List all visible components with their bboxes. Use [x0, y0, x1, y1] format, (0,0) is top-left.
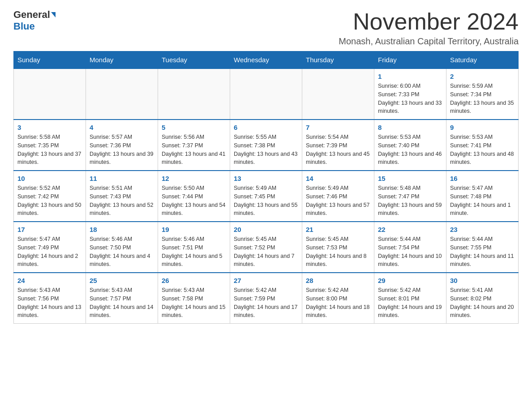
calendar-cell: 27Sunrise: 5:42 AMSunset: 7:59 PMDayligh…: [230, 273, 302, 324]
day-info: Sunrise: 5:53 AMSunset: 7:40 PMDaylight:…: [378, 133, 442, 167]
calendar-cell: 11Sunrise: 5:51 AMSunset: 7:43 PMDayligh…: [86, 171, 158, 222]
month-title: November 2024: [339, 9, 519, 34]
day-number: 22: [378, 226, 442, 233]
day-number: 6: [234, 124, 298, 131]
calendar-cell: 1Sunrise: 6:00 AMSunset: 7:33 PMDaylight…: [374, 68, 446, 120]
column-header-monday: Monday: [86, 51, 158, 69]
calendar-cell: 8Sunrise: 5:53 AMSunset: 7:40 PMDaylight…: [374, 120, 446, 171]
calendar-cell: 14Sunrise: 5:49 AMSunset: 7:46 PMDayligh…: [302, 171, 374, 222]
calendar-cell: 16Sunrise: 5:47 AMSunset: 7:48 PMDayligh…: [446, 171, 519, 222]
day-number: 23: [450, 226, 515, 233]
day-info: Sunrise: 5:41 AMSunset: 8:02 PMDaylight:…: [450, 286, 515, 320]
week-row-5: 24Sunrise: 5:43 AMSunset: 7:56 PMDayligh…: [14, 273, 519, 324]
calendar-cell: [14, 68, 86, 120]
day-info: Sunrise: 5:47 AMSunset: 7:49 PMDaylight:…: [17, 235, 82, 269]
column-header-friday: Friday: [374, 51, 446, 69]
calendar-cell: 7Sunrise: 5:54 AMSunset: 7:39 PMDaylight…: [302, 120, 374, 171]
day-number: 9: [450, 124, 515, 131]
calendar-header-row: SundayMondayTuesdayWednesdayThursdayFrid…: [14, 51, 519, 69]
column-header-tuesday: Tuesday: [158, 51, 230, 69]
calendar-cell: 3Sunrise: 5:58 AMSunset: 7:35 PMDaylight…: [14, 120, 86, 171]
calendar-cell: 5Sunrise: 5:56 AMSunset: 7:37 PMDaylight…: [158, 120, 230, 171]
day-info: Sunrise: 5:52 AMSunset: 7:42 PMDaylight:…: [17, 184, 82, 218]
day-number: 19: [162, 226, 226, 233]
calendar-cell: 24Sunrise: 5:43 AMSunset: 7:56 PMDayligh…: [14, 273, 86, 324]
calendar-cell: [158, 68, 230, 120]
day-number: 21: [306, 226, 370, 233]
week-row-3: 10Sunrise: 5:52 AMSunset: 7:42 PMDayligh…: [14, 171, 519, 222]
day-info: Sunrise: 5:44 AMSunset: 7:55 PMDaylight:…: [450, 235, 515, 269]
day-info: Sunrise: 5:57 AMSunset: 7:36 PMDaylight:…: [90, 133, 154, 167]
calendar-cell: [86, 68, 158, 120]
day-number: 24: [17, 277, 82, 284]
calendar-cell: 21Sunrise: 5:45 AMSunset: 7:53 PMDayligh…: [302, 222, 374, 273]
day-number: 10: [17, 175, 82, 182]
day-info: Sunrise: 5:49 AMSunset: 7:46 PMDaylight:…: [306, 184, 370, 218]
location-title: Monash, Australian Capital Territory, Au…: [339, 36, 519, 47]
day-info: Sunrise: 5:46 AMSunset: 7:51 PMDaylight:…: [162, 235, 226, 269]
column-header-thursday: Thursday: [302, 51, 374, 69]
logo: General Blue: [13, 9, 56, 32]
day-number: 27: [234, 277, 298, 284]
calendar-cell: 4Sunrise: 5:57 AMSunset: 7:36 PMDaylight…: [86, 120, 158, 171]
calendar-cell: 26Sunrise: 5:43 AMSunset: 7:58 PMDayligh…: [158, 273, 230, 324]
calendar-cell: 29Sunrise: 5:42 AMSunset: 8:01 PMDayligh…: [374, 273, 446, 324]
calendar-cell: 28Sunrise: 5:42 AMSunset: 8:00 PMDayligh…: [302, 273, 374, 324]
day-number: 25: [90, 277, 154, 284]
day-number: 20: [234, 226, 298, 233]
day-info: Sunrise: 5:42 AMSunset: 8:00 PMDaylight:…: [306, 286, 370, 320]
day-info: Sunrise: 5:54 AMSunset: 7:39 PMDaylight:…: [306, 133, 370, 167]
day-info: Sunrise: 5:50 AMSunset: 7:44 PMDaylight:…: [162, 184, 226, 218]
calendar-cell: 9Sunrise: 5:53 AMSunset: 7:41 PMDaylight…: [446, 120, 519, 171]
day-number: 13: [234, 175, 298, 182]
week-row-4: 17Sunrise: 5:47 AMSunset: 7:49 PMDayligh…: [14, 222, 519, 273]
day-number: 28: [306, 277, 370, 284]
day-info: Sunrise: 5:43 AMSunset: 7:58 PMDaylight:…: [162, 286, 226, 320]
calendar-table: SundayMondayTuesdayWednesdayThursdayFrid…: [13, 51, 519, 324]
day-number: 4: [90, 124, 154, 131]
logo-blue-text: Blue: [13, 21, 35, 32]
calendar-cell: [230, 68, 302, 120]
day-number: 8: [378, 124, 442, 131]
calendar-cell: 12Sunrise: 5:50 AMSunset: 7:44 PMDayligh…: [158, 171, 230, 222]
column-header-sunday: Sunday: [14, 51, 86, 69]
day-info: Sunrise: 5:48 AMSunset: 7:47 PMDaylight:…: [378, 184, 442, 218]
column-header-saturday: Saturday: [446, 51, 519, 69]
day-info: Sunrise: 5:56 AMSunset: 7:37 PMDaylight:…: [162, 133, 226, 167]
day-info: Sunrise: 5:55 AMSunset: 7:38 PMDaylight:…: [234, 133, 298, 167]
calendar-cell: 23Sunrise: 5:44 AMSunset: 7:55 PMDayligh…: [446, 222, 519, 273]
title-area: November 2024 Monash, Australian Capital…: [339, 9, 519, 47]
day-info: Sunrise: 5:51 AMSunset: 7:43 PMDaylight:…: [90, 184, 154, 218]
day-info: Sunrise: 5:45 AMSunset: 7:52 PMDaylight:…: [234, 235, 298, 269]
calendar-cell: 6Sunrise: 5:55 AMSunset: 7:38 PMDaylight…: [230, 120, 302, 171]
day-number: 1: [378, 73, 442, 80]
day-info: Sunrise: 5:58 AMSunset: 7:35 PMDaylight:…: [17, 133, 82, 167]
day-info: Sunrise: 5:42 AMSunset: 7:59 PMDaylight:…: [234, 286, 298, 320]
week-row-2: 3Sunrise: 5:58 AMSunset: 7:35 PMDaylight…: [14, 120, 519, 171]
day-number: 15: [378, 175, 442, 182]
day-number: 17: [17, 226, 82, 233]
day-number: 12: [162, 175, 226, 182]
calendar-cell: 13Sunrise: 5:49 AMSunset: 7:45 PMDayligh…: [230, 171, 302, 222]
calendar-cell: 20Sunrise: 5:45 AMSunset: 7:52 PMDayligh…: [230, 222, 302, 273]
calendar-cell: 25Sunrise: 5:43 AMSunset: 7:57 PMDayligh…: [86, 273, 158, 324]
calendar-cell: 10Sunrise: 5:52 AMSunset: 7:42 PMDayligh…: [14, 171, 86, 222]
calendar-cell: 18Sunrise: 5:46 AMSunset: 7:50 PMDayligh…: [86, 222, 158, 273]
logo-triangle-icon: [51, 12, 56, 17]
day-info: Sunrise: 5:44 AMSunset: 7:54 PMDaylight:…: [378, 235, 442, 269]
day-number: 7: [306, 124, 370, 131]
calendar-cell: 17Sunrise: 5:47 AMSunset: 7:49 PMDayligh…: [14, 222, 86, 273]
day-number: 2: [450, 73, 515, 80]
calendar-cell: 19Sunrise: 5:46 AMSunset: 7:51 PMDayligh…: [158, 222, 230, 273]
day-info: Sunrise: 5:47 AMSunset: 7:48 PMDaylight:…: [450, 184, 515, 218]
day-info: Sunrise: 5:49 AMSunset: 7:45 PMDaylight:…: [234, 184, 298, 218]
day-info: Sunrise: 6:00 AMSunset: 7:33 PMDaylight:…: [378, 82, 442, 116]
calendar-cell: 22Sunrise: 5:44 AMSunset: 7:54 PMDayligh…: [374, 222, 446, 273]
day-info: Sunrise: 5:42 AMSunset: 8:01 PMDaylight:…: [378, 286, 442, 320]
day-number: 14: [306, 175, 370, 182]
day-number: 11: [90, 175, 154, 182]
day-info: Sunrise: 5:43 AMSunset: 7:57 PMDaylight:…: [90, 286, 154, 320]
calendar-cell: 30Sunrise: 5:41 AMSunset: 8:02 PMDayligh…: [446, 273, 519, 324]
day-number: 26: [162, 277, 226, 284]
day-info: Sunrise: 5:59 AMSunset: 7:34 PMDaylight:…: [450, 82, 515, 116]
